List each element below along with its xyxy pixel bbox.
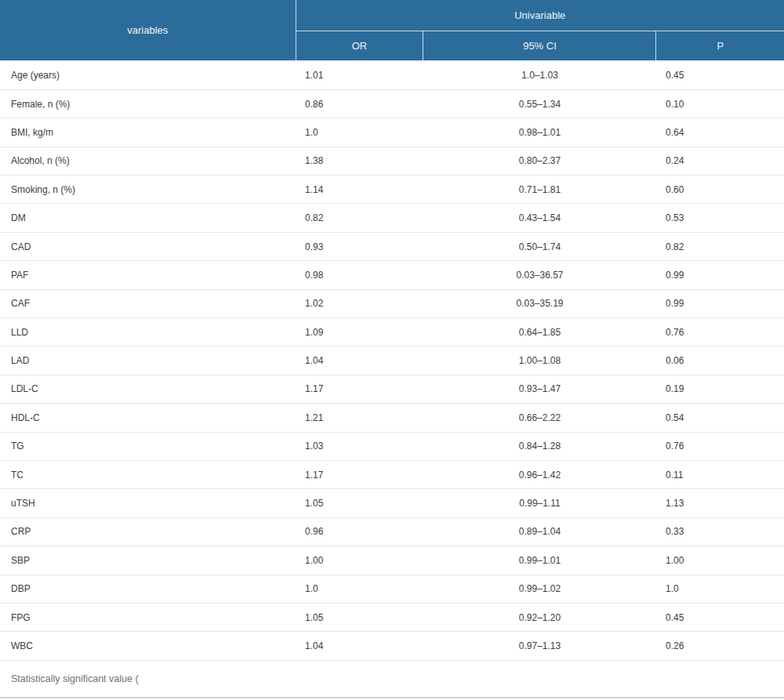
- cell-or: 1.03: [296, 432, 423, 460]
- cell-or: 1.21: [296, 404, 423, 432]
- cell-variable: CRP: [0, 517, 296, 546]
- cell-ci: 1.00–1.08: [423, 346, 656, 375]
- cell-or: 0.82: [296, 204, 423, 232]
- cell-ci: 0.96–1.42: [423, 460, 656, 488]
- cell-ci: 0.93–1.47: [423, 375, 656, 403]
- cell-or: 1.0: [296, 575, 423, 603]
- cell-p: 1.0: [656, 575, 784, 603]
- cell-variable: HDL-C: [0, 404, 296, 432]
- table-row: SBP1.000.99–1.011.00: [0, 546, 784, 575]
- cell-variable: Age (years): [0, 61, 296, 89]
- cell-variable: CAF: [0, 289, 296, 317]
- cell-p: 0.06: [656, 346, 784, 375]
- cell-variable: Alcohol, n (%): [0, 147, 296, 175]
- cell-p: 0.82: [656, 232, 784, 260]
- table-row: PAF0.980.03–36.570.99: [0, 261, 784, 289]
- cell-variable: LDL-C: [0, 375, 296, 403]
- cell-or: 1.02: [296, 289, 423, 317]
- table-row: Smoking, n (%)1.140.71–1.810.60: [0, 176, 784, 204]
- cell-variable: BMI, kg/m: [0, 118, 296, 147]
- cell-or: 1.01: [296, 61, 423, 89]
- cell-variable: FPG: [0, 603, 296, 631]
- cell-variable: LAD: [0, 346, 296, 375]
- cell-or: 1.0: [296, 118, 423, 147]
- cell-p: 0.33: [656, 517, 784, 546]
- cell-variable: DM: [0, 204, 296, 232]
- cell-or: 0.86: [296, 89, 423, 118]
- cell-ci: 0.03–35.19: [423, 289, 656, 317]
- cell-p: 0.45: [656, 603, 784, 631]
- cell-or: 0.98: [296, 261, 423, 289]
- cell-p: 0.99: [656, 289, 784, 317]
- header-or: OR: [296, 31, 423, 61]
- cell-variable: CAD: [0, 232, 296, 260]
- header-variables: variables: [0, 0, 296, 61]
- cell-variable: TC: [0, 460, 296, 488]
- cell-ci: 0.80–2.37: [423, 147, 656, 175]
- cell-variable: LLD: [0, 318, 296, 346]
- table-row: CAD0.930.50–1.740.82: [0, 232, 784, 260]
- cell-variable: TG: [0, 432, 296, 460]
- cell-p: 0.26: [656, 632, 784, 660]
- table-header: variables Univariable OR 95% CI P: [0, 0, 784, 61]
- table-row: FPG1.050.92–1.200.45: [0, 603, 784, 631]
- cell-variable: DBP: [0, 575, 296, 603]
- cell-or: 1.38: [296, 147, 423, 175]
- table-row: Female, n (%)0.860.55–1.340.10: [0, 89, 784, 118]
- table-row: WBC1.040.97–1.130.26: [0, 632, 784, 660]
- cell-variable: WBC: [0, 632, 296, 660]
- cell-variable: PAF: [0, 261, 296, 289]
- cell-or: 1.09: [296, 318, 423, 346]
- table-row: DBP1.00.99–1.021.0: [0, 575, 784, 603]
- cell-p: 0.24: [656, 147, 784, 175]
- cell-p: 0.45: [656, 61, 784, 89]
- cell-or: 1.05: [296, 489, 423, 517]
- cell-p: 0.10: [656, 89, 784, 118]
- cell-p: 0.60: [656, 176, 784, 204]
- table-row: TC1.170.96–1.420.11: [0, 460, 784, 488]
- cell-ci: 0.99–1.01: [423, 546, 656, 575]
- cell-ci: 0.55–1.34: [423, 89, 656, 118]
- cell-ci: 0.71–1.81: [423, 176, 656, 204]
- cell-or: 1.04: [296, 632, 423, 660]
- cell-variable: uTSH: [0, 489, 296, 517]
- cell-or: 1.14: [296, 176, 423, 204]
- cell-p: 0.53: [656, 204, 784, 232]
- table-row: DM0.820.43–1.540.53: [0, 204, 784, 232]
- table-row: TG1.030.84–1.280.76: [0, 432, 784, 460]
- header-group-univariable: Univariable: [296, 0, 784, 31]
- cell-p: 0.76: [656, 318, 784, 346]
- table-row: CAF1.020.03–35.190.99: [0, 289, 784, 317]
- cell-or: 0.96: [296, 517, 423, 546]
- cell-ci: 1.0–1.03: [423, 61, 656, 89]
- cell-p: 0.76: [656, 432, 784, 460]
- cell-ci: 0.50–1.74: [423, 232, 656, 260]
- cell-ci: 0.99–1.02: [423, 575, 656, 603]
- table-row: HDL-C1.210.66–2.220.54: [0, 404, 784, 432]
- table-row: Age (years)1.011.0–1.030.45: [0, 61, 784, 89]
- table-row: LDL-C1.170.93–1.470.19: [0, 375, 784, 403]
- cell-or: 1.17: [296, 460, 423, 488]
- cell-ci: 0.03–36.57: [423, 261, 656, 289]
- cell-ci: 0.43–1.54: [423, 204, 656, 232]
- table-footer: Statistically significant value (: [0, 660, 784, 698]
- footer-note: Statistically significant value (: [0, 660, 784, 698]
- cell-or: 1.17: [296, 375, 423, 403]
- table-row: CRP0.960.89–1.040.33: [0, 517, 784, 546]
- cell-ci: 0.66–2.22: [423, 404, 656, 432]
- cell-ci: 0.64–1.85: [423, 318, 656, 346]
- cell-p: 1.00: [656, 546, 784, 575]
- cell-ci: 0.89–1.04: [423, 517, 656, 546]
- cell-p: 1.13: [656, 489, 784, 517]
- cell-ci: 0.92–1.20: [423, 603, 656, 631]
- cell-or: 1.04: [296, 346, 423, 375]
- table-row: BMI, kg/m1.00.98–1.010.64: [0, 118, 784, 147]
- table-row: LAD1.041.00–1.080.06: [0, 346, 784, 375]
- table-row: uTSH1.050.99–1.111.13: [0, 489, 784, 517]
- cell-variable: Smoking, n (%): [0, 176, 296, 204]
- table-row: LLD1.090.64–1.850.76: [0, 318, 784, 346]
- cell-or: 1.00: [296, 546, 423, 575]
- cell-or: 1.05: [296, 603, 423, 631]
- table-row: Alcohol, n (%)1.380.80–2.370.24: [0, 147, 784, 175]
- cell-p: 0.64: [656, 118, 784, 147]
